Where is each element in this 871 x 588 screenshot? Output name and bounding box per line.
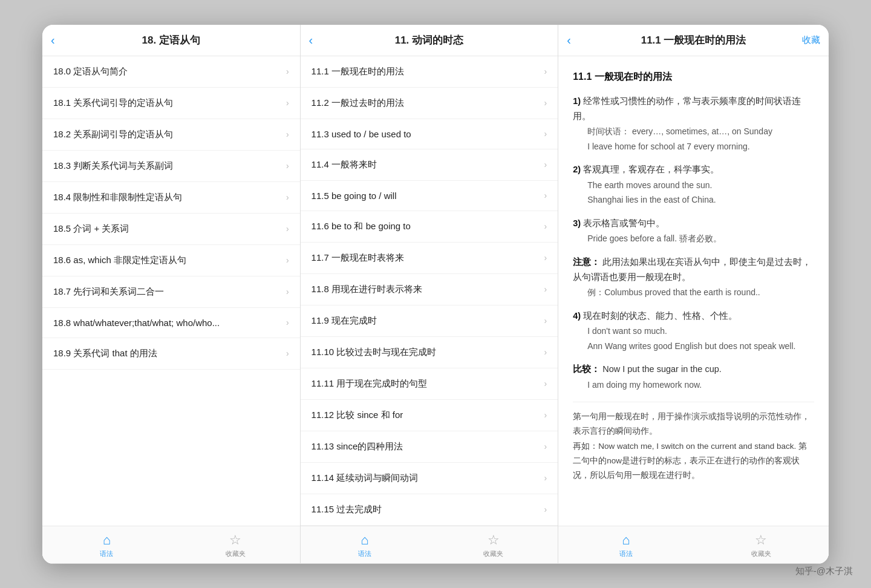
panel-right-collect-btn[interactable]: 收藏 bbox=[802, 34, 820, 46]
section-example: I leave home for school at 7 every morni… bbox=[587, 139, 814, 154]
chevron-right-icon: › bbox=[544, 473, 547, 483]
list-item[interactable]: 11.8 用现在进行时表示将来› bbox=[301, 274, 558, 305]
list-item[interactable]: 11.9 现在完成时› bbox=[301, 305, 558, 337]
panel-right-header: ‹ 11.1 一般现在时的用法 收藏 bbox=[558, 25, 829, 56]
list-item-text: 11.8 用现在进行时表示将来 bbox=[312, 284, 540, 295]
list-item[interactable]: 11.3 used to / be used to› bbox=[301, 119, 558, 149]
list-item[interactable]: 18.9 关系代词 that 的用法› bbox=[42, 338, 300, 370]
list-item[interactable]: 11.11 用于现在完成时的句型› bbox=[301, 368, 558, 400]
list-item-text: 11.5 be going to / will bbox=[312, 191, 540, 201]
content-section: 2) 客观真理，客观存在，科学事实。The earth moves around… bbox=[573, 162, 814, 207]
panel-right-tabbar: ⌂ 语法 ☆ 收藏夹 bbox=[558, 526, 829, 563]
chevron-right-icon: › bbox=[286, 192, 289, 202]
list-item[interactable]: 18.2 关系副词引导的定语从句› bbox=[42, 119, 300, 151]
list-item-text: 11.7 一般现在时表将来 bbox=[312, 252, 540, 264]
list-item-text: 11.14 延续动词与瞬间动词 bbox=[312, 472, 540, 484]
section-text: 现在时刻的状态、能力、性格、个性。 bbox=[583, 311, 737, 321]
section-example: I don't want so much. bbox=[587, 324, 814, 339]
tab-middle-grammar[interactable]: ⌂ 语法 bbox=[301, 530, 429, 562]
content-section: 3) 表示格言或警句中。Pride goes before a fall. 骄者… bbox=[573, 216, 814, 246]
panel-middle-back[interactable]: ‹ bbox=[309, 33, 313, 47]
panel-right-title: 11.1 一般现在时的用法 bbox=[641, 33, 746, 47]
star-icon: ☆ bbox=[229, 532, 241, 548]
list-item-text: 11.4 一般将来时 bbox=[312, 159, 540, 171]
device-frame: ‹ 18. 定语从句 18.0 定语从句简介›18.1 关系代词引导的定语从句›… bbox=[42, 25, 829, 564]
list-item[interactable]: 18.0 定语从句简介› bbox=[42, 56, 300, 88]
list-item[interactable]: 11.5 be going to / will› bbox=[301, 181, 558, 211]
list-item[interactable]: 18.5 介词 + 关系词› bbox=[42, 214, 300, 245]
tab-left-grammar[interactable]: ⌂ 语法 bbox=[42, 530, 171, 562]
content-section: 比较： Now I put the sugar in the cup.I am … bbox=[573, 362, 814, 392]
tab-middle-grammar-label: 语法 bbox=[358, 549, 371, 558]
list-item[interactable]: 11.15 过去完成时› bbox=[301, 494, 558, 526]
list-item-text: 18.9 关系代词 that 的用法 bbox=[53, 348, 281, 359]
section-text: 经常性或习惯性的动作，常与表示频率度的时间状语连用。 bbox=[573, 96, 801, 121]
chevron-right-icon: › bbox=[286, 129, 289, 139]
list-item[interactable]: 11.4 一般将来时› bbox=[301, 149, 558, 181]
section-sub: I am doing my homework now. bbox=[587, 377, 814, 393]
chevron-right-icon: › bbox=[544, 160, 547, 169]
list-item-text: 18.3 判断关系代词与关系副词 bbox=[53, 160, 281, 172]
list-item-text: 18.8 what/whatever;that/what; who/who... bbox=[53, 318, 281, 328]
list-item-text: 11.10 比较过去时与现在完成时 bbox=[312, 347, 540, 358]
section-num: 2) bbox=[573, 165, 581, 174]
list-item[interactable]: 18.6 as, which 非限定性定语从句› bbox=[42, 245, 300, 276]
list-item-text: 18.2 关系副词引导的定语从句 bbox=[53, 129, 281, 140]
list-item-text: 11.12 比较 since 和 for bbox=[312, 410, 540, 421]
tab-right-grammar-label: 语法 bbox=[619, 549, 633, 558]
list-item[interactable]: 11.7 一般现在时表将来› bbox=[301, 243, 558, 274]
list-item-text: 18.6 as, which 非限定性定语从句 bbox=[53, 255, 281, 266]
chevron-right-icon: › bbox=[544, 442, 547, 451]
tab-left-collect[interactable]: ☆ 收藏夹 bbox=[171, 530, 300, 562]
list-item[interactable]: 11.10 比较过去时与现在完成时› bbox=[301, 337, 558, 368]
chevron-right-icon: › bbox=[544, 98, 547, 108]
chevron-right-icon: › bbox=[544, 410, 547, 420]
home-icon: ⌂ bbox=[103, 532, 111, 548]
chevron-right-icon: › bbox=[544, 316, 547, 325]
list-item[interactable]: 11.13 since的四种用法› bbox=[301, 431, 558, 463]
panel-middle: ‹ 11. 动词的时态 11.1 一般现在时的用法›11.2 一般过去时的用法›… bbox=[301, 25, 559, 563]
chevron-right-icon: › bbox=[544, 129, 547, 139]
list-item[interactable]: 11.14 延续动词与瞬间动词› bbox=[301, 463, 558, 494]
list-item-text: 11.2 一般过去时的用法 bbox=[312, 97, 540, 109]
list-item-text: 18.0 定语从句简介 bbox=[53, 66, 281, 77]
watermark: 知乎-@木子淇 bbox=[795, 566, 853, 577]
tab-right-collect[interactable]: ☆ 收藏夹 bbox=[694, 530, 829, 562]
list-item[interactable]: 11.6 be to 和 be going to› bbox=[301, 211, 558, 243]
tab-right-grammar[interactable]: ⌂ 语法 bbox=[558, 530, 693, 562]
content-section: 注意： 此用法如果出现在宾语从句中，即使主句是过去时，从句谓语也要用一般现在时。… bbox=[573, 255, 814, 300]
panel-right-back[interactable]: ‹ bbox=[567, 33, 571, 47]
chevron-right-icon: › bbox=[544, 284, 547, 294]
chevron-right-icon: › bbox=[286, 255, 289, 265]
list-item[interactable]: 18.1 关系代词引导的定语从句› bbox=[42, 88, 300, 119]
panel-left-list: 18.0 定语从句简介›18.1 关系代词引导的定语从句›18.2 关系副词引导… bbox=[42, 56, 300, 526]
list-item[interactable]: 11.1 一般现在时的用法› bbox=[301, 56, 558, 88]
section-sub: 例：Columbus proved that the earth is roun… bbox=[587, 285, 814, 300]
section-text: Now I put the sugar in the cup. bbox=[602, 364, 722, 374]
section-example: Pride goes before a fall. 骄者必败。 bbox=[587, 231, 814, 246]
list-item-text: 18.5 介词 + 关系词 bbox=[53, 223, 281, 235]
list-item-text: 11.15 过去完成时 bbox=[312, 504, 540, 515]
chevron-right-icon: › bbox=[286, 287, 289, 296]
panel-left-tabbar: ⌂ 语法 ☆ 收藏夹 bbox=[42, 526, 300, 563]
list-item[interactable]: 18.8 what/whatever;that/what; who/who...… bbox=[42, 308, 300, 338]
list-item[interactable]: 18.4 限制性和非限制性定语从句› bbox=[42, 182, 300, 214]
tab-right-collect-label: 收藏夹 bbox=[751, 549, 771, 558]
list-item[interactable]: 18.3 判断关系代词与关系副词› bbox=[42, 151, 300, 182]
section-text: 此用法如果出现在宾语从句中，即使主句是过去时，从句谓语也要用一般现在时。 bbox=[573, 257, 811, 282]
chevron-right-icon: › bbox=[286, 67, 289, 76]
chevron-right-icon: › bbox=[544, 67, 547, 76]
tab-middle-collect[interactable]: ☆ 收藏夹 bbox=[429, 530, 558, 562]
panels-row: ‹ 18. 定语从句 18.0 定语从句简介›18.1 关系代词引导的定语从句›… bbox=[42, 25, 829, 564]
list-item[interactable]: 18.7 先行词和关系词二合一› bbox=[42, 276, 300, 308]
list-item[interactable]: 11.12 比较 since 和 for› bbox=[301, 400, 558, 431]
panel-left-back[interactable]: ‹ bbox=[51, 33, 55, 47]
list-item[interactable]: 11.2 一般过去时的用法› bbox=[301, 88, 558, 119]
list-item-text: 18.7 先行词和关系词二合一 bbox=[53, 286, 281, 298]
content-section: 4) 现在时刻的状态、能力、性格、个性。I don't want so much… bbox=[573, 309, 814, 353]
chevron-right-icon: › bbox=[544, 347, 547, 357]
panel-middle-title: 11. 动词的时态 bbox=[395, 33, 463, 47]
section-example: Ann Wang writes good English but does no… bbox=[587, 339, 814, 354]
list-item-text: 11.9 现在完成时 bbox=[312, 315, 540, 327]
section-text: 客观真理，客观存在，科学事实。 bbox=[583, 165, 719, 174]
